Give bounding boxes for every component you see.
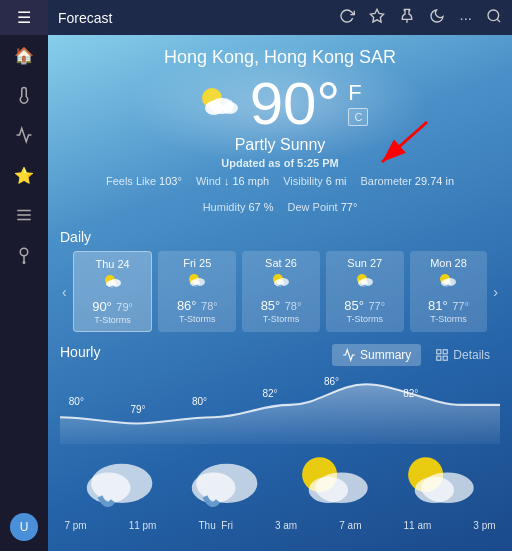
sidebar-item-home[interactable]: 🏠 bbox=[0, 35, 48, 75]
titlebar-actions: ··· bbox=[339, 8, 502, 27]
svg-point-7 bbox=[488, 10, 499, 21]
hourly-tabs: Summary Details bbox=[332, 344, 500, 366]
visibility-detail: Visibility 6 mi bbox=[283, 175, 346, 187]
svg-rect-31 bbox=[443, 356, 447, 360]
svg-rect-32 bbox=[437, 356, 441, 360]
hourly-title: Hourly bbox=[60, 344, 100, 360]
temp-label-5: 86° bbox=[324, 376, 339, 387]
hourly-chart: 80° 79° 80° 82° 86° 82° bbox=[60, 374, 500, 474]
city-name: Hong Kong, Hong Kong SAR bbox=[68, 47, 492, 68]
time-label-11am: 11 am bbox=[404, 520, 432, 531]
time-label-thu-fri: Thu Fri bbox=[198, 520, 232, 531]
svg-marker-5 bbox=[371, 9, 384, 22]
svg-point-42 bbox=[414, 477, 453, 503]
temp-label-4: 82° bbox=[262, 388, 277, 399]
svg-point-11 bbox=[205, 101, 223, 115]
daily-cards: Thu 24 90° 79° bbox=[73, 251, 488, 332]
time-label-3am: 3 am bbox=[275, 520, 297, 531]
svg-point-36 bbox=[192, 472, 236, 503]
svg-rect-29 bbox=[437, 350, 441, 354]
scroll-left-button[interactable]: ‹ bbox=[60, 282, 69, 302]
hourly-section: Hourly Summary Details bbox=[48, 338, 512, 482]
day-temps-thu: 90° 79° bbox=[82, 297, 144, 315]
day-temps-mon: 81° 77° bbox=[418, 296, 480, 314]
svg-point-12 bbox=[222, 102, 238, 114]
search-button[interactable] bbox=[486, 8, 502, 27]
hourly-icon-2 bbox=[183, 444, 271, 518]
day-card-fri[interactable]: Fri 25 86° 78° bbox=[158, 251, 236, 332]
feels-like-value: 103° bbox=[159, 175, 182, 187]
visibility-value: 6 mi bbox=[326, 175, 347, 187]
time-label-3pm: 3 pm bbox=[473, 520, 495, 531]
dew-point-detail: Dew Point 77° bbox=[288, 201, 358, 213]
dew-point-value: 77° bbox=[341, 201, 358, 213]
day-temps-fri: 86° 78° bbox=[166, 296, 228, 314]
day-name-thu: Thu 24 bbox=[82, 258, 144, 270]
pin-button[interactable] bbox=[399, 8, 415, 27]
sidebar-item-chart[interactable] bbox=[0, 115, 48, 155]
wind-value: ↓ 16 mph bbox=[224, 175, 269, 187]
more-button[interactable]: ··· bbox=[459, 9, 472, 26]
temp-label-6: 82° bbox=[403, 388, 418, 399]
temp-label-3: 80° bbox=[192, 396, 207, 407]
svg-point-3 bbox=[20, 248, 28, 256]
feels-like: Feels Like 103° bbox=[106, 175, 182, 187]
day-card-sun[interactable]: Sun 27 85° 77° bbox=[326, 251, 404, 332]
sidebar: ☰ 🏠 ⭐ U bbox=[0, 0, 48, 551]
day-icon-thu bbox=[82, 273, 144, 294]
daily-scroll: ‹ Thu 24 bbox=[60, 251, 500, 332]
humidity-detail: Humidity 67 % bbox=[203, 201, 274, 213]
sidebar-item-temp[interactable] bbox=[0, 75, 48, 115]
barometer-detail: Barometer 29.74 in bbox=[361, 175, 455, 187]
tab-summary[interactable]: Summary bbox=[332, 344, 421, 366]
star-button[interactable] bbox=[369, 8, 385, 27]
main-content: Forecast ··· bbox=[48, 0, 512, 551]
time-label-7pm: 7 pm bbox=[64, 520, 86, 531]
tab-details[interactable]: Details bbox=[425, 344, 500, 366]
wind-detail: Wind ↓ 16 mph bbox=[196, 175, 269, 187]
day-card-sat[interactable]: Sat 26 85° 78° bbox=[242, 251, 320, 332]
hourly-icon-3 bbox=[289, 444, 377, 518]
titlebar: Forecast ··· bbox=[48, 0, 512, 35]
day-card-mon[interactable]: Mon 28 81° 77° bbox=[410, 251, 488, 332]
temperature-value: 90° bbox=[250, 74, 341, 134]
sidebar-item-list[interactable] bbox=[0, 195, 48, 235]
unit-toggle-c[interactable]: C bbox=[348, 108, 368, 126]
updated-text: Updated as of 5:25 PM bbox=[68, 157, 492, 169]
day-temps-sun: 85° 77° bbox=[334, 296, 396, 314]
moon-button[interactable] bbox=[429, 8, 445, 27]
svg-point-4 bbox=[23, 262, 25, 264]
tab-details-label: Details bbox=[453, 348, 490, 362]
unit-f: F bbox=[348, 82, 361, 104]
svg-line-8 bbox=[497, 19, 500, 22]
temp-label-2: 79° bbox=[130, 404, 145, 415]
scroll-right-button[interactable]: › bbox=[491, 282, 500, 302]
day-temps-sat: 85° 78° bbox=[250, 296, 312, 314]
weather-background: Hong Kong, Hong Kong SAR 90° F C bbox=[48, 35, 512, 551]
hourly-header: Hourly Summary Details bbox=[60, 344, 500, 366]
hourly-icon-4 bbox=[395, 444, 483, 518]
unit-container: F C bbox=[348, 82, 368, 126]
daily-section: Daily ‹ Thu 24 bbox=[48, 221, 512, 338]
hourly-time-labels: 7 pm 11 pm Thu Fri 3 am 7 am 11 am 3 pm bbox=[60, 520, 500, 531]
sidebar-item-star[interactable]: ⭐ bbox=[0, 155, 48, 195]
user-avatar[interactable]: U bbox=[0, 503, 48, 551]
condition-text: Partly Sunny bbox=[68, 136, 492, 154]
tab-summary-label: Summary bbox=[360, 348, 411, 362]
day-cond-thu: T-Storms bbox=[82, 315, 144, 325]
day-card-thu[interactable]: Thu 24 90° 79° bbox=[73, 251, 153, 332]
temperature-row: 90° F C bbox=[68, 74, 492, 134]
sidebar-item-notifications[interactable] bbox=[0, 235, 48, 275]
humidity-value: 67 % bbox=[248, 201, 273, 213]
refresh-button[interactable] bbox=[339, 8, 355, 27]
sidebar-top: ☰ bbox=[0, 0, 48, 35]
svg-rect-30 bbox=[443, 350, 447, 354]
daily-title: Daily bbox=[60, 229, 500, 245]
hourly-curve bbox=[60, 374, 500, 444]
main-weather-icon bbox=[192, 80, 242, 129]
hamburger-icon[interactable]: ☰ bbox=[17, 8, 31, 27]
time-label-7am: 7 am bbox=[339, 520, 361, 531]
app-title: Forecast bbox=[58, 10, 339, 26]
barometer-value: 29.74 in bbox=[415, 175, 454, 187]
avatar-circle: U bbox=[10, 513, 38, 541]
